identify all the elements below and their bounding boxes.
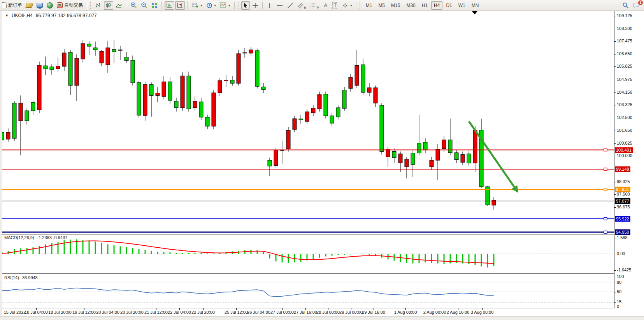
toolbar-separator xyxy=(126,2,126,9)
hline-handle xyxy=(604,231,607,233)
toolbar-separator xyxy=(161,2,162,9)
hline-handle xyxy=(604,188,607,191)
new-order-label: 新订单 xyxy=(8,2,22,9)
fibo-letter: F xyxy=(317,6,319,9)
timeframe-button-M5[interactable]: M5 xyxy=(376,1,388,10)
axis-tick-mark xyxy=(614,283,616,283)
price-tick: 100.000 xyxy=(617,153,632,158)
time-tick-mark xyxy=(305,308,306,310)
crosshair-tool-button[interactable] xyxy=(251,1,260,10)
axis-tick-mark xyxy=(614,254,616,254)
time-label: 2 Aug 00:00 xyxy=(423,310,446,315)
axis-tick-mark xyxy=(614,105,616,105)
timeframe-button-MN[interactable]: MN xyxy=(469,1,482,10)
time-label: 22 Jul 20:00 xyxy=(191,310,215,315)
horizontal-line-icon xyxy=(276,3,283,8)
tile-windows-icon xyxy=(151,2,158,9)
toolbar-drag-handle[interactable] xyxy=(360,2,361,9)
price-tick: 104.975 xyxy=(617,77,632,82)
time-label: 1 Aug 08:00 xyxy=(394,310,417,315)
toolbar-drag-handle[interactable] xyxy=(238,2,240,9)
horizontal-line-tool-button[interactable] xyxy=(275,1,285,10)
bar-chart-button[interactable] xyxy=(94,1,103,10)
toolbar-separator xyxy=(187,2,188,9)
tile-windows-button[interactable] xyxy=(150,1,159,10)
hline-handle xyxy=(604,168,607,170)
bar-chart-icon xyxy=(95,2,102,9)
status-strip xyxy=(0,316,644,320)
timeframe-button-H4[interactable]: H4 xyxy=(431,1,442,10)
time-tick-mark xyxy=(84,308,84,310)
one-click-collapse-icon[interactable]: ▼ xyxy=(5,14,9,17)
price-tag-97.831: 97.831 xyxy=(615,187,630,192)
profile-icon xyxy=(25,3,33,8)
time-tick-mark xyxy=(108,308,108,310)
time-label: 29 Jul 00:00 xyxy=(339,310,363,315)
templates-button[interactable]: ▾ xyxy=(218,1,232,10)
autotrading-label: 自动交易 xyxy=(64,2,83,9)
terminal-icon xyxy=(37,3,43,8)
price-tick: 108.300 xyxy=(617,26,632,31)
timeframe-group: M1M5M15M30H1H4D1W1MN xyxy=(363,1,482,10)
indicators-icon xyxy=(192,2,198,9)
time-tick-mark xyxy=(282,308,283,310)
arrows-tool-button[interactable]: ▾ xyxy=(340,1,354,10)
line-chart-button[interactable] xyxy=(114,1,123,10)
text-tool-button[interactable]: A xyxy=(321,1,330,10)
time-tick-mark xyxy=(60,308,60,310)
rsi-value: 36.9948 xyxy=(22,275,38,280)
price-axis[interactable]: 109.125108.300107.475106.650105.825104.9… xyxy=(614,11,644,308)
timeframe-button-D1[interactable]: D1 xyxy=(443,1,454,10)
toolbar-separator xyxy=(356,2,357,9)
rsi-axis-tick: 50 xyxy=(617,289,621,294)
timeframe-button-H1[interactable]: H1 xyxy=(419,1,430,10)
time-tick-mark xyxy=(259,308,259,310)
candlestick-chart-button[interactable] xyxy=(104,1,113,10)
zoom-in-button[interactable] xyxy=(129,1,139,10)
autotrading-button[interactable]: 自动交易 xyxy=(55,1,84,10)
equidistant-channel-tool-button[interactable]: E xyxy=(296,1,308,10)
price-tick: 107.475 xyxy=(617,38,632,43)
indicators-button[interactable]: ▾ xyxy=(190,1,204,10)
chevron-down-icon: ▾ xyxy=(214,3,216,7)
price-chart-canvas[interactable] xyxy=(2,11,614,316)
vertical-line-tool-button[interactable] xyxy=(265,1,274,10)
market-watch-button[interactable] xyxy=(45,1,54,10)
timeframe-button-M15[interactable]: M15 xyxy=(388,1,403,10)
chevron-down-icon: ▾ xyxy=(228,3,230,7)
zoom-out-button[interactable] xyxy=(139,1,149,10)
axis-tick-mark xyxy=(614,118,616,118)
toolbar-drag-handle[interactable] xyxy=(90,2,92,9)
fibonacci-icon xyxy=(310,2,316,9)
chart-shift-button[interactable] xyxy=(175,1,185,10)
price-tag-97.077: 97.077 xyxy=(615,198,630,204)
fibonacci-tool-button[interactable]: F xyxy=(309,1,321,10)
axis-tick-mark xyxy=(614,277,616,277)
periods-button[interactable]: ▾ xyxy=(205,1,218,10)
cursor-tool-button[interactable] xyxy=(241,1,250,10)
price-tick: 106.650 xyxy=(617,51,632,56)
axis-tick-mark xyxy=(614,156,616,156)
text-label-tool-button[interactable]: T xyxy=(331,1,340,10)
trendline-tool-button[interactable] xyxy=(286,1,295,10)
notifications-button[interactable]: 1 xyxy=(631,1,641,10)
timeframe-button-M30[interactable]: M30 xyxy=(404,1,418,10)
price-tick: 103.325 xyxy=(617,102,632,107)
new-order-button[interactable]: 新订单 xyxy=(0,1,24,10)
timeframe-button-M1[interactable]: M1 xyxy=(363,1,375,10)
time-tick-mark xyxy=(328,308,328,310)
time-tick-mark xyxy=(374,308,374,310)
rsi-name: RSI(14) xyxy=(4,275,19,280)
zoom-in-icon xyxy=(130,2,137,9)
axis-tick-mark xyxy=(614,143,616,144)
search-icon xyxy=(622,2,629,9)
profiles-button[interactable] xyxy=(25,1,34,10)
axis-tick-mark xyxy=(614,16,616,16)
macd-values: -1.2383 -0.9437 xyxy=(37,235,67,240)
terminal-button[interactable] xyxy=(35,1,44,10)
search-button[interactable] xyxy=(621,1,630,10)
timeframe-button-W1[interactable]: W1 xyxy=(456,1,468,10)
time-label: 21 Jul 12:00 xyxy=(144,310,168,315)
auto-scroll-button[interactable] xyxy=(165,1,174,10)
time-axis[interactable]: 15 Jul 202218 Jul 04:0018 Jul 20:0019 Ju… xyxy=(2,308,614,316)
